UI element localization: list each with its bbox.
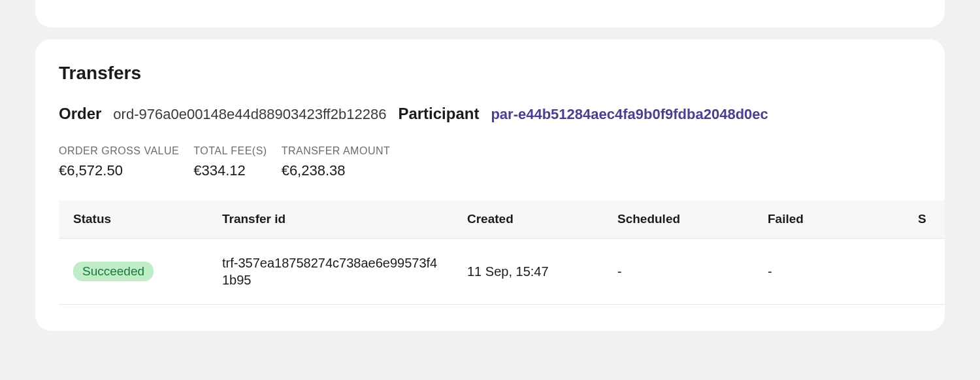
table-row[interactable]: Succeeded trf-357ea18758274c738ae6e99573… [59,239,945,305]
stat-transfer: TRANSFER AMOUNT €6,238.38 [282,145,391,179]
transfers-table-wrap: Status Transfer id Created Scheduled Fai… [59,200,945,305]
participant-label: Participant [398,105,479,123]
col-failed[interactable]: Failed [755,200,905,239]
stat-fees-label: TOTAL FEE(S) [193,145,267,157]
col-created[interactable]: Created [454,200,604,239]
transfers-card: Transfers Order ord-976a0e00148e44d88903… [35,39,945,331]
stats-row: ORDER GROSS VALUE €6,572.50 TOTAL FEE(S)… [59,145,945,179]
participant-id-link[interactable]: par-e44b51284aec4fa9b0f9fdba2048d0ec [491,106,768,123]
col-extra[interactable]: S [905,200,945,239]
col-transfer-id[interactable]: Transfer id [209,200,454,239]
order-id: ord-976a0e00148e44d88903423ff2b12286 [113,106,386,123]
cell-failed: - [755,239,905,305]
order-label: Order [59,105,101,123]
stat-gross-label: ORDER GROSS VALUE [59,145,179,157]
stat-gross: ORDER GROSS VALUE €6,572.50 [59,145,179,179]
table-header-row: Status Transfer id Created Scheduled Fai… [59,200,945,239]
meta-row: Order ord-976a0e00148e44d88903423ff2b122… [59,105,945,123]
cell-transfer-id: trf-357ea18758274c738ae6e99573f41b95 [209,239,454,305]
transfers-table: Status Transfer id Created Scheduled Fai… [59,200,945,305]
col-scheduled[interactable]: Scheduled [604,200,755,239]
section-title: Transfers [59,63,945,84]
cell-status: Succeeded [59,239,209,305]
status-badge: Succeeded [73,262,154,281]
stat-fees-value: €334.12 [193,162,267,179]
stat-transfer-label: TRANSFER AMOUNT [282,145,391,157]
cell-extra [905,239,945,305]
cell-scheduled: - [604,239,755,305]
cell-created: 11 Sep, 15:47 [454,239,604,305]
stat-fees: TOTAL FEE(S) €334.12 [193,145,267,179]
stat-transfer-value: €6,238.38 [282,162,391,179]
previous-card-bottom [35,0,945,27]
stat-gross-value: €6,572.50 [59,162,179,179]
col-status[interactable]: Status [59,200,209,239]
